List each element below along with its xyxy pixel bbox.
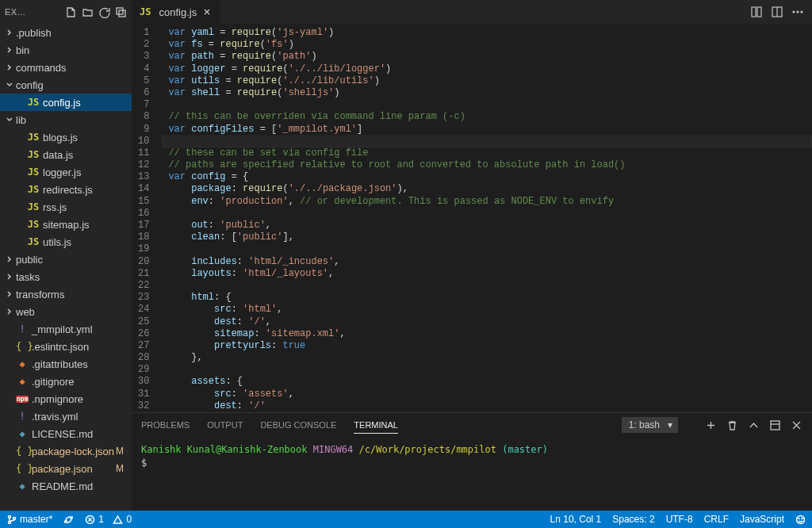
- chevron-right-icon[interactable]: [5, 28, 14, 37]
- file-tree[interactable]: .publishbincommandsconfigJSconfig.jslibJ…: [0, 24, 132, 511]
- tab-output[interactable]: OUTPUT: [207, 417, 243, 433]
- code-content[interactable]: var yaml = require('js-yaml')var fs = re…: [162, 24, 812, 412]
- status-lang[interactable]: JavaScript: [740, 514, 784, 525]
- status-encoding[interactable]: UTF-8: [666, 514, 693, 525]
- code-line[interactable]: html: {: [162, 292, 812, 304]
- tab-terminal[interactable]: TERMINAL: [354, 417, 398, 434]
- code-line[interactable]: dest: '/': [162, 400, 812, 412]
- code-line[interactable]: env: 'production', // or development. Th…: [162, 196, 812, 208]
- code-line[interactable]: // paths are specified relative to root …: [162, 159, 812, 171]
- code-line[interactable]: includes: 'html/_incudes',: [162, 256, 812, 268]
- kill-terminal-icon[interactable]: [726, 419, 738, 431]
- code-line[interactable]: layouts: 'html/_layouts',: [162, 268, 812, 280]
- code-line[interactable]: },: [162, 352, 812, 364]
- status-eol[interactable]: CRLF: [704, 514, 729, 525]
- tab-config-js[interactable]: JS config.js: [132, 0, 221, 24]
- maximize-panel-icon[interactable]: [769, 419, 781, 431]
- code-line[interactable]: var fs = require('fs'): [162, 39, 812, 51]
- file-.eslintrc.json[interactable]: { }.eslintrc.json: [0, 338, 132, 355]
- folder-.publish[interactable]: .publish: [0, 24, 132, 41]
- code-line[interactable]: dest: '/',: [162, 316, 812, 328]
- file-blogs.js[interactable]: JSblogs.js: [0, 128, 132, 146]
- folder-commands[interactable]: commands: [0, 59, 132, 76]
- code-line[interactable]: sitemap: 'sitemap.xml',: [162, 328, 812, 340]
- new-file-icon[interactable]: [65, 6, 77, 18]
- code-line[interactable]: prettyurls: true: [162, 340, 812, 352]
- collapse-all-icon[interactable]: [115, 6, 127, 18]
- file-README.md[interactable]: ◆README.md: [0, 477, 132, 495]
- file-logger.js[interactable]: JSlogger.js: [0, 163, 132, 181]
- folder-tasks[interactable]: tasks: [0, 268, 132, 285]
- file-data.js[interactable]: JSdata.js: [0, 146, 132, 163]
- file-utils.js[interactable]: JSutils.js: [0, 233, 132, 251]
- chevron-right-icon[interactable]: [5, 289, 14, 299]
- status-problems[interactable]: 1 0: [85, 514, 132, 525]
- folder-transforms[interactable]: transforms: [0, 285, 132, 303]
- chevron-right-icon[interactable]: [5, 63, 14, 72]
- file-.gitattributes[interactable]: ◆.gitattributes: [0, 355, 132, 373]
- split-compare-icon[interactable]: [750, 6, 763, 18]
- chevron-down-icon[interactable]: [5, 115, 14, 124]
- file-rss.js[interactable]: JSrss.js: [0, 198, 132, 216]
- status-cursor[interactable]: Ln 10, Col 1: [550, 514, 602, 525]
- chevron-right-icon[interactable]: [5, 45, 14, 55]
- chevron-right-icon[interactable]: [5, 254, 14, 264]
- folder-config[interactable]: config: [0, 76, 132, 94]
- code-line[interactable]: [162, 280, 812, 292]
- code-line[interactable]: [162, 136, 812, 147]
- file-.npmignore[interactable]: npm.npmignore: [0, 390, 132, 407]
- folder-bin[interactable]: bin: [0, 41, 132, 59]
- code-line[interactable]: var path = require('path'): [162, 51, 812, 63]
- file-config.js[interactable]: JSconfig.js: [0, 94, 132, 111]
- code-line[interactable]: // these can be set via config file: [162, 147, 812, 159]
- file-package-lock.json[interactable]: { }package-lock.jsonM: [0, 442, 132, 460]
- code-line[interactable]: [162, 364, 812, 376]
- folder-lib[interactable]: lib: [0, 111, 132, 128]
- close-panel-icon[interactable]: [791, 419, 802, 431]
- close-icon[interactable]: [201, 6, 213, 17]
- status-branch[interactable]: master*: [6, 514, 52, 525]
- status-sync[interactable]: [63, 515, 74, 525]
- new-folder-icon[interactable]: [82, 6, 94, 18]
- code-line[interactable]: var shell = require('shelljs'): [162, 87, 812, 99]
- file-.gitignore[interactable]: ◆.gitignore: [0, 373, 132, 390]
- folder-web[interactable]: web: [0, 303, 132, 320]
- file-sitemap.js[interactable]: JSsitemap.js: [0, 216, 132, 233]
- folder-public[interactable]: public: [0, 251, 132, 268]
- code-editor[interactable]: 1234567891011121314151617181920212223242…: [132, 24, 812, 412]
- status-feedback[interactable]: [795, 515, 806, 525]
- split-editor-icon[interactable]: [771, 6, 783, 18]
- chevron-right-icon[interactable]: [5, 307, 14, 316]
- code-line[interactable]: clean: ['public'],: [162, 231, 812, 243]
- chevron-up-icon[interactable]: [748, 419, 760, 431]
- file-LICENSE.md[interactable]: ◆LICENSE.md: [0, 425, 132, 442]
- code-line[interactable]: src: 'html',: [162, 304, 812, 316]
- code-line[interactable]: var utils = require('./../lib/utils'): [162, 75, 812, 87]
- code-line[interactable]: [162, 99, 812, 111]
- chevron-right-icon[interactable]: [5, 272, 14, 281]
- code-line[interactable]: var logger = require('./../lib/logger'): [162, 63, 812, 75]
- code-line[interactable]: var config = {: [162, 171, 812, 183]
- code-line[interactable]: package: require('./../package.json'),: [162, 183, 812, 195]
- file-_mmpilot.yml[interactable]: !_mmpilot.yml: [0, 320, 132, 338]
- code-line[interactable]: var yaml = require('js-yaml'): [162, 27, 812, 39]
- file-redirects.js[interactable]: JSredirects.js: [0, 181, 132, 198]
- file-package.json[interactable]: { }package.jsonM: [0, 460, 132, 477]
- refresh-icon[interactable]: [98, 6, 110, 18]
- code-line[interactable]: var configFiles = ['_mmpilot.yml']: [162, 124, 812, 136]
- tab-problems[interactable]: PROBLEMS: [141, 417, 190, 433]
- code-line[interactable]: assets: {: [162, 376, 812, 388]
- new-terminal-icon[interactable]: [705, 419, 717, 431]
- status-spaces[interactable]: Spaces: 2: [612, 514, 654, 525]
- tab-debug-console[interactable]: DEBUG CONSOLE: [260, 417, 336, 433]
- chevron-down-icon[interactable]: [5, 80, 14, 90]
- terminal-body[interactable]: Kanishk Kunal@Kanishk-Zenbook MINGW64 /c…: [132, 437, 812, 511]
- code-line[interactable]: out: 'public',: [162, 220, 812, 231]
- more-icon[interactable]: [791, 6, 804, 18]
- code-line[interactable]: src: 'assets',: [162, 388, 812, 400]
- terminal-select[interactable]: 1: bash: [622, 417, 678, 433]
- code-line[interactable]: // this can be overriden via command lin…: [162, 111, 812, 123]
- file-.travis.yml[interactable]: !.travis.yml: [0, 407, 132, 425]
- code-line[interactable]: [162, 243, 812, 255]
- code-line[interactable]: [162, 208, 812, 220]
